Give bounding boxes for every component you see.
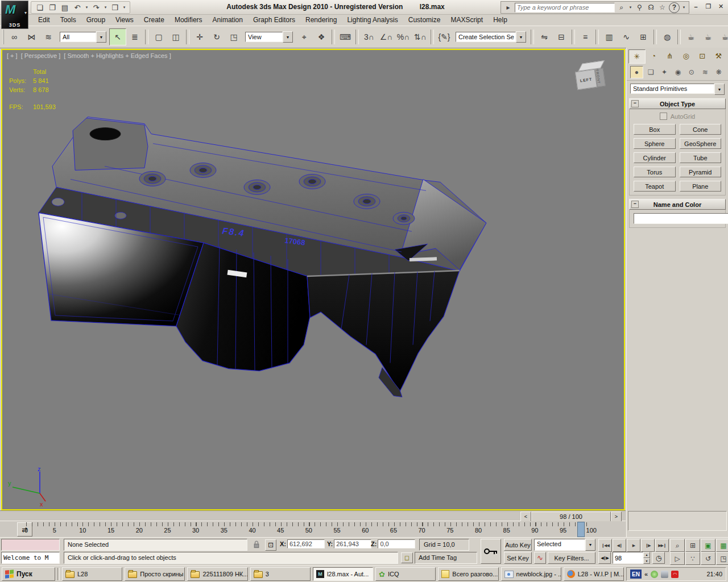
key-mode-toggle[interactable]: ◀❙▶ xyxy=(598,552,611,564)
default-in-out-tangent-icon[interactable]: ∿ xyxy=(534,552,546,564)
category-cameras-icon[interactable]: ◉ xyxy=(672,66,684,78)
track-bar[interactable]: ⇄ 05101520253035404550556065707580859095… xyxy=(0,521,626,537)
mirror-icon[interactable]: ⇋ xyxy=(536,28,553,45)
menu-item[interactable]: Edit xyxy=(33,15,55,25)
key-filters-button[interactable]: Key Filters... xyxy=(548,552,595,564)
fov-button[interactable]: ▷ xyxy=(670,552,685,565)
viewcube[interactable]: LEFT FRONT xyxy=(574,61,606,90)
render-setup-icon[interactable]: ☕ xyxy=(682,28,700,45)
taskbar-item[interactable]: ICQ xyxy=(375,567,436,581)
minimize-button[interactable]: – xyxy=(691,2,701,11)
save-file-icon[interactable]: ▤ xyxy=(59,2,71,13)
close-button[interactable]: ✕ xyxy=(716,2,726,11)
object-type-button[interactable]: Sphere xyxy=(634,138,676,149)
frame-number-input[interactable] xyxy=(613,552,643,564)
search-input[interactable] xyxy=(515,3,615,13)
viewport-pov-menu[interactable]: [ Perspective ] xyxy=(21,52,61,59)
redo-icon[interactable]: ↷ xyxy=(90,2,102,13)
model-3d[interactable]: F8.4 17068 xyxy=(2,50,624,509)
named-selection-sets-icon[interactable]: {✎} xyxy=(436,28,453,45)
category-lights-icon[interactable]: ✦ xyxy=(659,66,671,78)
perspective-viewport[interactable]: [ + ] [ Perspective ] [ Smooth + Highlig… xyxy=(1,49,625,510)
object-type-button[interactable]: Torus xyxy=(634,167,676,177)
go-to-end-button[interactable]: ▶▶❙ xyxy=(655,539,669,552)
previous-frame-arrow[interactable]: < xyxy=(520,512,531,522)
taskbar-item[interactable]: 225111809 НК... xyxy=(187,567,247,581)
menu-item[interactable]: Modifiers xyxy=(169,15,208,25)
maxscript-mini-listener[interactable]: Welcome to M xyxy=(1,552,60,564)
chevron-down-icon[interactable]: ▼ xyxy=(516,31,526,43)
category-space-warps-icon[interactable]: ≋ xyxy=(699,66,711,78)
rendered-frame-window-icon[interactable]: ☕ xyxy=(700,28,717,45)
unlink-selection-icon[interactable]: ⋈ xyxy=(23,28,40,45)
category-shapes-icon[interactable]: ❏ xyxy=(645,66,657,78)
tray-utility-icon[interactable] xyxy=(661,571,668,578)
zoom-extents-button[interactable]: ▣ xyxy=(701,539,715,552)
snaps-toggle-icon[interactable]: 3∩ xyxy=(361,28,378,45)
page-options-dropdown-icon[interactable]: ▾ xyxy=(122,2,127,13)
previous-frame-button[interactable]: ◀❙ xyxy=(613,539,626,552)
walk-through-button[interactable]: ∵ xyxy=(685,552,700,565)
zoom-extents-all-button[interactable]: ▦ xyxy=(716,539,728,552)
y-coordinate-field[interactable] xyxy=(334,539,371,548)
add-time-tag[interactable]: Add Time Tag xyxy=(415,552,477,564)
object-type-button[interactable]: Pyramid xyxy=(680,167,722,177)
object-type-button[interactable]: Box xyxy=(634,124,676,135)
redo-dropdown-icon[interactable]: ▾ xyxy=(103,2,108,13)
keybo​ard-override-icon[interactable]: ⌨ xyxy=(337,28,354,45)
select-and-link-icon[interactable]: ∞ xyxy=(6,28,23,45)
spinner-up-icon[interactable]: ▲ xyxy=(643,552,650,558)
name-and-color-rollout-header[interactable]: − Name and Color xyxy=(629,199,726,210)
object-type-button[interactable]: GeoSphere xyxy=(680,138,722,149)
tab-hierarchy-icon[interactable]: ⋔ xyxy=(662,49,678,63)
open-file-icon[interactable]: ❐ xyxy=(47,2,58,13)
taskbar-item[interactable]: Просто скрины xyxy=(125,567,185,581)
menu-item[interactable]: Rendering xyxy=(300,15,342,25)
zoom-button[interactable]: ⌕ xyxy=(670,539,685,552)
chevron-down-icon[interactable]: ▼ xyxy=(283,31,293,43)
next-frame-button[interactable]: ❙▶ xyxy=(641,539,655,552)
named-selection-set-combo[interactable]: Create Selection Se ▼ xyxy=(456,31,526,43)
spinner-snap-icon[interactable]: ⇅∩ xyxy=(412,28,429,45)
toolbox-icon[interactable]: ▥ xyxy=(601,28,618,45)
category-systems-icon[interactable]: ❋ xyxy=(713,66,725,78)
tab-display-icon[interactable]: ⊡ xyxy=(694,49,710,63)
object-type-button[interactable]: Teapot xyxy=(634,181,676,192)
render-production-icon[interactable]: ☕ xyxy=(717,28,728,45)
menu-item[interactable]: MAXScript xyxy=(445,15,488,25)
tab-utilities-icon[interactable]: ⚒ xyxy=(711,49,727,63)
undo-icon[interactable]: ↶ xyxy=(72,2,83,13)
viewport-shading-menu[interactable]: [ Smooth + Highlights + Edged Faces ] xyxy=(64,52,171,59)
absolute-mode-icon[interactable]: ⊡ xyxy=(265,539,276,551)
category-geometry-icon[interactable]: ● xyxy=(630,66,643,78)
tray-antivirus-icon[interactable] xyxy=(671,571,679,578)
use-pivot-center-icon[interactable]: ⌖ xyxy=(296,28,313,45)
menu-item[interactable]: Animation xyxy=(208,15,248,25)
menu-item[interactable]: Help xyxy=(488,15,512,25)
select-object-icon[interactable]: ↖ xyxy=(109,28,126,45)
restore-button[interactable]: ❐ xyxy=(704,2,713,11)
taskbar-item[interactable]: L28 xyxy=(62,567,122,581)
schematic-view-icon[interactable]: ⊞ xyxy=(635,28,652,45)
search-icon[interactable]: ⌕ xyxy=(617,3,626,13)
page-options-icon[interactable]: ❒ xyxy=(109,2,121,13)
align-icon[interactable]: ⊟ xyxy=(553,28,570,45)
application-menu-button[interactable]: M ▾ 3DS xyxy=(1,1,28,29)
angle-snap-icon[interactable]: ∠∩ xyxy=(378,28,395,45)
object-type-button[interactable]: Tube xyxy=(680,152,722,163)
menu-item[interactable]: Group xyxy=(81,15,110,25)
time-configuration-button[interactable]: ◷ xyxy=(652,552,665,564)
chevron-down-icon[interactable]: ▼ xyxy=(714,84,725,95)
menu-item[interactable]: Graph Editors xyxy=(248,15,300,25)
menu-item[interactable]: Create xyxy=(139,15,169,25)
subscription-key-icon[interactable]: ⚲ xyxy=(635,3,644,13)
toolbar-drag-handle[interactable] xyxy=(3,30,4,44)
rectangular-selection-icon[interactable]: ▢ xyxy=(150,28,167,45)
object-name-field[interactable] xyxy=(634,213,728,224)
tab-motion-icon[interactable]: ◎ xyxy=(679,49,694,63)
new-file-icon[interactable]: ❏ xyxy=(34,2,46,13)
viewport-general-menu[interactable]: [ + ] xyxy=(7,52,18,59)
tray-icq-icon[interactable] xyxy=(651,571,658,578)
set-keys-button[interactable] xyxy=(481,539,501,564)
tab-create-icon[interactable]: ✳ xyxy=(628,49,646,64)
